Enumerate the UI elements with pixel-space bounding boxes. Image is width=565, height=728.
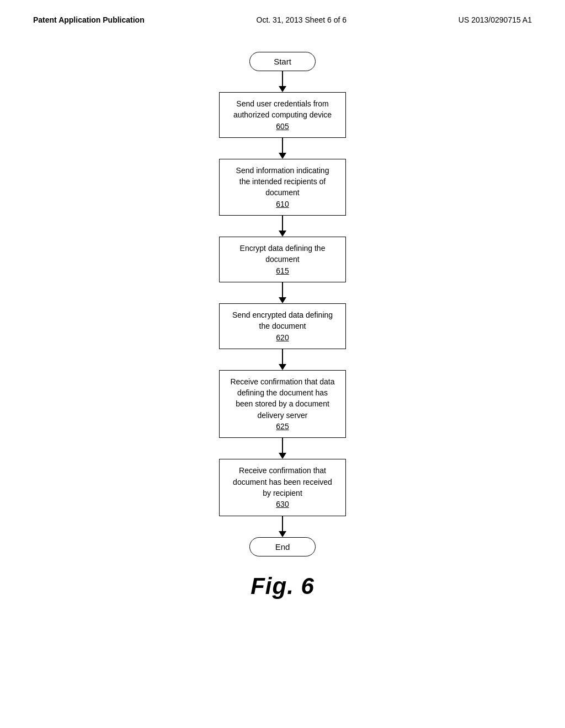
node-620: Send encrypted data defining the documen… — [219, 303, 346, 349]
node-625: Receive confirmation that data defining … — [219, 370, 346, 438]
start-node: Start — [249, 52, 316, 71]
arrow-line — [282, 71, 283, 86]
arrow-line — [282, 282, 283, 297]
arrow-head — [279, 364, 286, 370]
header-center: Oct. 31, 2013 Sheet 6 of 6 — [257, 15, 347, 24]
header-right: US 2013/0290715 A1 — [459, 15, 532, 24]
node-605: Send user credentials from authorized co… — [219, 92, 346, 138]
arrow-6 — [279, 438, 286, 459]
arrow-line — [282, 349, 283, 364]
arrow-2 — [279, 138, 286, 159]
arrow-head — [279, 453, 286, 459]
end-node: End — [249, 537, 316, 556]
arrow-1 — [279, 71, 286, 92]
node-610: Send information indicating the intended… — [219, 159, 346, 216]
arrow-7 — [279, 516, 286, 537]
arrow-line — [282, 216, 283, 231]
arrow-5 — [279, 349, 286, 370]
flowchart: Start Send user credentials from authori… — [0, 30, 565, 599]
arrow-head — [279, 153, 286, 159]
page-header: Patent Application Publication Oct. 31, … — [0, 0, 565, 30]
arrow-3 — [279, 216, 286, 237]
arrow-4 — [279, 282, 286, 303]
arrow-head — [279, 86, 286, 92]
figure-label: Fig. 6 — [250, 573, 315, 599]
arrow-head — [279, 297, 286, 303]
node-630: Receive confirmation that document has b… — [219, 459, 346, 516]
node-615: Encrypt data defining the document 615 — [219, 237, 346, 282]
arrow-line — [282, 438, 283, 453]
arrow-head — [279, 531, 286, 537]
header-left: Patent Application Publication — [33, 15, 145, 24]
arrow-line — [282, 138, 283, 153]
arrow-head — [279, 231, 286, 237]
arrow-line — [282, 516, 283, 531]
